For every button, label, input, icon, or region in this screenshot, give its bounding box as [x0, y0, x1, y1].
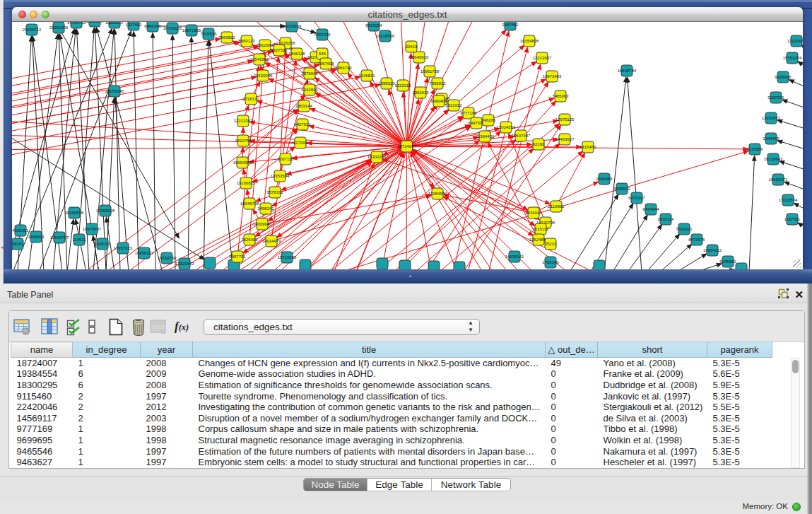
svg-text:7625402: 7625402 [241, 238, 258, 242]
svg-text:10953267: 10953267 [86, 22, 105, 23]
svg-text:23420046: 23420046 [254, 74, 273, 78]
svg-text:23053346: 23053346 [105, 89, 124, 93]
svg-text:17016504: 17016504 [779, 198, 798, 202]
svg-text:8912954: 8912954 [257, 43, 273, 47]
svg-text:4635001: 4635001 [12, 228, 29, 233]
svg-text:23091406: 23091406 [49, 25, 69, 30]
svg-text:1846328: 1846328 [288, 52, 305, 56]
svg-text:12975125: 12975125 [555, 117, 575, 122]
svg-text:1621022: 1621022 [445, 103, 462, 107]
svg-text:2935114: 2935114 [658, 217, 675, 221]
svg-text:9146821: 9146821 [358, 74, 375, 78]
svg-text:16648784: 16648784 [618, 69, 637, 73]
svg-text:1362615: 1362615 [412, 90, 429, 95]
svg-text:6479197: 6479197 [628, 196, 645, 200]
svg-text:15716485: 15716485 [278, 255, 297, 259]
svg-text:2687682: 2687682 [502, 23, 519, 27]
svg-text:10958107: 10958107 [135, 251, 154, 255]
svg-text:1588520: 1588520 [378, 81, 395, 86]
svg-text:18724007: 18724007 [397, 144, 416, 148]
svg-text:5938923: 5938923 [613, 187, 630, 191]
svg-text:14914479: 14914479 [262, 239, 281, 243]
svg-text:9777169: 9777169 [460, 111, 477, 115]
svg-text:14754792: 14754792 [67, 22, 86, 25]
svg-text:3875645: 3875645 [301, 71, 318, 76]
svg-text:1505115: 1505115 [95, 242, 112, 246]
svg-text:9245652: 9245652 [719, 259, 736, 264]
svg-text:9115460: 9115460 [580, 145, 597, 149]
svg-text:10543362: 10543362 [250, 57, 269, 62]
svg-text:546: 546 [319, 52, 326, 56]
svg-text:7485063: 7485063 [552, 94, 569, 98]
svg-text:15751074: 15751074 [783, 56, 802, 60]
svg-text:19654985: 19654985 [233, 160, 252, 165]
svg-text:1640954: 1640954 [596, 177, 613, 181]
svg-text:14009948: 14009948 [253, 222, 272, 226]
svg-text:8660123: 8660123 [238, 39, 255, 43]
svg-text:16053809: 16053809 [283, 24, 302, 28]
svg-text:14463627: 14463627 [555, 137, 575, 141]
svg-text:7955812: 7955812 [429, 81, 446, 86]
svg-text:9474444: 9474444 [642, 207, 659, 211]
svg-text:10654112: 10654112 [703, 248, 722, 252]
svg-text:14136141: 14136141 [505, 255, 524, 259]
svg-text:15692971: 15692971 [769, 177, 788, 182]
svg-text:62160: 62160 [533, 142, 545, 146]
svg-text:2803144: 2803144 [295, 104, 312, 108]
svg-text:16154808: 16154808 [520, 39, 539, 43]
svg-text:9327506: 9327506 [271, 48, 288, 52]
svg-text:16961758: 16961758 [420, 69, 440, 74]
svg-text:7663822: 7663822 [218, 35, 235, 40]
svg-text:9242845: 9242845 [301, 88, 318, 92]
svg-text:18640910: 18640910 [410, 55, 429, 59]
svg-text:746266: 746266 [481, 118, 496, 122]
svg-text:10607487: 10607487 [512, 134, 531, 138]
svg-text:1327602: 1327602 [125, 23, 142, 27]
svg-text:21364436: 21364436 [476, 134, 495, 139]
svg-text:1615112: 1615112 [533, 227, 550, 231]
svg-text:15024554: 15024554 [497, 125, 516, 129]
svg-text:10046708: 10046708 [240, 201, 259, 206]
svg-text:9990404: 9990404 [430, 99, 447, 103]
svg-text:1793146: 1793146 [542, 260, 559, 264]
svg-text:17359928: 17359928 [96, 209, 115, 213]
svg-text:3578332: 3578332 [266, 190, 283, 194]
svg-text:19384554: 19384554 [428, 192, 447, 196]
svg-text:7632621: 7632621 [676, 227, 693, 231]
svg-text:20419: 20419 [406, 45, 418, 49]
svg-text:7515526: 7515526 [200, 32, 217, 36]
svg-text:3215956: 3215956 [746, 147, 763, 151]
svg-text:16782759: 16782759 [158, 256, 177, 260]
svg-text:10719155: 10719155 [163, 26, 182, 30]
svg-text:114511: 114511 [72, 238, 86, 242]
svg-text:11120472: 11120472 [787, 39, 803, 43]
svg-text:2718170: 2718170 [242, 97, 259, 101]
svg-text:3267110: 3267110 [278, 157, 295, 161]
svg-text:9227341: 9227341 [767, 95, 784, 100]
svg-text:20206536: 20206536 [65, 211, 84, 215]
svg-text:24055712: 24055712 [23, 28, 42, 32]
svg-text:12213967: 12213967 [533, 56, 552, 60]
svg-text:9329906: 9329906 [775, 75, 792, 79]
svg-text:9634047: 9634047 [525, 211, 542, 215]
svg-text:12353594: 12353594 [271, 174, 290, 178]
svg-text:317006: 317006 [293, 141, 308, 145]
svg-text:8813054: 8813054 [365, 23, 382, 28]
svg-text:12213363: 12213363 [234, 119, 253, 123]
svg-text:10653267: 10653267 [105, 22, 124, 25]
svg-text:17957223: 17957223 [114, 246, 133, 250]
svg-text:18300295: 18300295 [367, 155, 387, 159]
svg-text:25221: 25221 [545, 242, 557, 246]
svg-text:1167531: 1167531 [784, 217, 801, 221]
svg-text:6466160: 6466160 [144, 24, 161, 28]
svg-text:1810755: 1810755 [235, 139, 252, 143]
svg-text:1322013: 1322013 [394, 83, 411, 88]
svg-text:1156829: 1156829 [28, 235, 45, 239]
svg-text:16210643: 16210643 [764, 157, 783, 161]
svg-text:8471676: 8471676 [688, 238, 705, 242]
svg-text:12942737: 12942737 [50, 235, 69, 240]
svg-text:2119901: 2119901 [548, 204, 565, 209]
svg-text:9427512: 9427512 [294, 122, 311, 127]
svg-text:7857234: 7857234 [314, 33, 331, 37]
svg-text:19166825: 19166825 [237, 181, 256, 185]
